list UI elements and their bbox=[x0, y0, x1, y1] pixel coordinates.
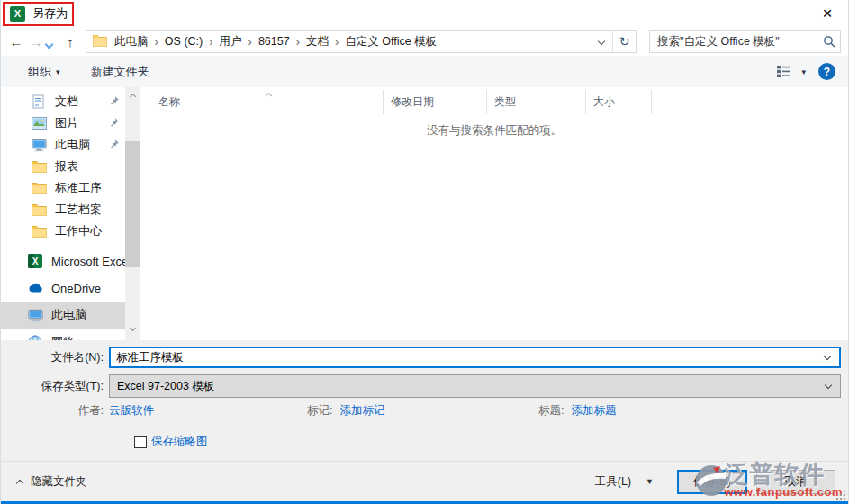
breadcrumb-separator-icon: › bbox=[292, 35, 304, 49]
sidebar-item-biaozhun-gongxu[interactable]: 标准工序 bbox=[1, 177, 125, 199]
dialog-footer: 隐藏文件夹 工具(L) ▼ 保存(S) 取消 bbox=[1, 461, 848, 501]
savetype-dropdown[interactable]: Excel 97-2003 模板 bbox=[109, 374, 841, 398]
column-header-0[interactable]: 名称 bbox=[140, 90, 384, 114]
hide-folders-button[interactable]: 隐藏文件夹 bbox=[17, 474, 87, 490]
filename-combobox[interactable] bbox=[109, 346, 841, 368]
sidebar-item-documents[interactable]: 文档 bbox=[1, 91, 125, 112]
recent-locations-chevron-icon[interactable] bbox=[46, 37, 57, 48]
organize-label: 组织 bbox=[28, 64, 51, 80]
sidebar-item-microsoft-excel[interactable]: XMicrosoft Excel bbox=[1, 248, 125, 274]
address-bar[interactable]: 此电脑›OS (C:)›用户›86157›文档›自定义 Office 模板 ↻ bbox=[86, 30, 637, 53]
up-icon[interactable]: ↑ bbox=[60, 34, 80, 50]
list-view-icon bbox=[776, 65, 791, 78]
breadcrumb-item[interactable]: OS (C:) bbox=[163, 35, 204, 48]
column-header-3[interactable]: 大小 bbox=[586, 90, 652, 114]
save-thumbnail-option[interactable]: 保存缩略图 bbox=[134, 434, 208, 449]
sidebar-item-label: 工艺档案 bbox=[55, 202, 102, 218]
sidebar-item-label: 工作中心 bbox=[55, 223, 102, 239]
search-input[interactable] bbox=[650, 35, 818, 48]
tags-label: 标记: bbox=[307, 403, 332, 418]
folder-icon bbox=[32, 159, 47, 174]
new-folder-label: 新建文件夹 bbox=[91, 64, 149, 80]
sidebar-item-label: 报表 bbox=[55, 158, 78, 175]
sidebar-item-this-pc-quick[interactable]: 此电脑 bbox=[1, 134, 125, 156]
pin-icon bbox=[109, 117, 120, 130]
folder-icon bbox=[32, 202, 47, 217]
sidebar-item-onedrive[interactable]: OneDrive bbox=[1, 274, 125, 302]
sidebar-item-this-pc[interactable]: 此电脑 bbox=[1, 302, 125, 328]
sidebar-item-label: 网络 bbox=[51, 334, 75, 340]
file-options-panel: 文件名(N): 保存类型(T): Excel 97-2003 模板 作者: 云版… bbox=[1, 340, 848, 461]
resize-grip-icon bbox=[836, 490, 846, 500]
sidebar-item-network[interactable]: 网络 bbox=[1, 328, 125, 340]
tools-button[interactable]: 工具(L) ▼ bbox=[595, 474, 654, 490]
sidebar-item-label: 文档 bbox=[55, 94, 78, 110]
breadcrumb-item[interactable]: 文档 bbox=[304, 34, 330, 50]
onedrive-icon bbox=[28, 281, 43, 295]
breadcrumb-item[interactable]: 自定义 Office 模板 bbox=[343, 34, 438, 50]
help-button[interactable]: ? bbox=[818, 63, 835, 80]
sidebar-item-label: 图片 bbox=[55, 115, 78, 131]
refresh-icon[interactable]: ↻ bbox=[612, 31, 636, 52]
sidebar-item-label: Microsoft Excel bbox=[51, 255, 125, 268]
cancel-button[interactable]: 取消 bbox=[756, 470, 835, 494]
breadcrumb-item[interactable]: 86157 bbox=[257, 35, 292, 48]
sidebar-item-gongzuo-zhongxin[interactable]: 工作中心 bbox=[1, 220, 125, 242]
sort-ascending-icon bbox=[266, 87, 271, 101]
tools-label: 工具(L) bbox=[595, 474, 631, 490]
folder-icon bbox=[32, 181, 47, 195]
this-pc-icon bbox=[32, 138, 47, 152]
add-tag-link[interactable]: 添加标记 bbox=[339, 403, 384, 418]
save-button[interactable]: 保存(S) bbox=[677, 470, 747, 494]
breadcrumb-separator-icon: › bbox=[150, 35, 163, 49]
window-title: 另存为 bbox=[32, 5, 68, 22]
organize-caret-icon: ▾ bbox=[56, 68, 60, 76]
scrollbar-thumb[interactable] bbox=[125, 141, 140, 267]
filename-dropdown-chevron-icon[interactable] bbox=[816, 356, 839, 359]
sidebar-item-gongyi-dangan[interactable]: 工艺档案 bbox=[1, 199, 125, 220]
save-thumbnail-checkbox[interactable] bbox=[134, 436, 147, 448]
breadcrumb-item[interactable]: 此电脑 bbox=[113, 34, 150, 50]
sidebar-scrollbar[interactable] bbox=[125, 87, 140, 340]
breadcrumb-separator-icon: › bbox=[330, 35, 343, 49]
column-header-1[interactable]: 修改日期 bbox=[384, 90, 487, 114]
save-thumbnail-label: 保存缩略图 bbox=[151, 434, 208, 449]
author-link[interactable]: 云版软件 bbox=[109, 403, 154, 418]
column-headers: 名称修改日期类型大小 bbox=[140, 90, 848, 114]
pictures-icon bbox=[32, 116, 47, 130]
navigation-bar: ← → ↑ 此电脑›OS (C:)›用户›86157›文档›自定义 Office… bbox=[1, 27, 848, 56]
breadcrumb: 此电脑›OS (C:)›用户›86157›文档›自定义 Office 模板 bbox=[113, 34, 438, 50]
pin-icon bbox=[109, 95, 120, 109]
scroll-down-icon[interactable] bbox=[125, 321, 140, 337]
sidebar-item-label: OneDrive bbox=[51, 282, 101, 295]
close-button[interactable]: × bbox=[816, 2, 839, 25]
search-icon[interactable] bbox=[818, 35, 840, 48]
change-view-button[interactable]: ▾ bbox=[776, 65, 806, 78]
add-title-link[interactable]: 添加标题 bbox=[571, 403, 616, 418]
address-dropdown-chevron-icon[interactable] bbox=[591, 31, 612, 52]
excel-icon: X bbox=[28, 254, 43, 268]
breadcrumb-item[interactable]: 用户 bbox=[218, 34, 244, 50]
sidebar-item-label: 此电脑 bbox=[51, 307, 86, 323]
breadcrumb-separator-icon: › bbox=[244, 35, 257, 49]
scroll-up-icon[interactable] bbox=[125, 87, 140, 103]
sidebar-item-label: 此电脑 bbox=[55, 137, 90, 153]
excel-app-icon: X bbox=[10, 6, 25, 22]
new-folder-button[interactable]: 新建文件夹 bbox=[91, 64, 149, 80]
navigation-pane: 文档图片此电脑报表标准工序工艺档案工作中心XMicrosoft ExcelOne… bbox=[1, 87, 125, 340]
sidebar-item-baobiao[interactable]: 报表 bbox=[1, 156, 125, 177]
filename-input[interactable] bbox=[111, 351, 816, 364]
organize-button[interactable]: 组织 ▾ bbox=[28, 64, 60, 80]
pin-icon bbox=[109, 139, 120, 152]
search-box[interactable] bbox=[649, 30, 841, 53]
back-icon[interactable]: ← bbox=[6, 34, 26, 50]
svg-text:X: X bbox=[32, 256, 39, 266]
sidebar-item-label: 标准工序 bbox=[55, 180, 102, 196]
column-header-2[interactable]: 类型 bbox=[487, 90, 586, 114]
savetype-value: Excel 97-2003 模板 bbox=[110, 379, 817, 394]
sidebar-item-pictures[interactable]: 图片 bbox=[1, 112, 125, 134]
tools-caret-icon: ▼ bbox=[646, 477, 654, 486]
hide-folders-label: 隐藏文件夹 bbox=[31, 474, 87, 490]
empty-list-message: 没有与搜索条件匹配的项。 bbox=[140, 123, 848, 139]
savetype-dropdown-chevron-icon[interactable] bbox=[817, 385, 840, 388]
